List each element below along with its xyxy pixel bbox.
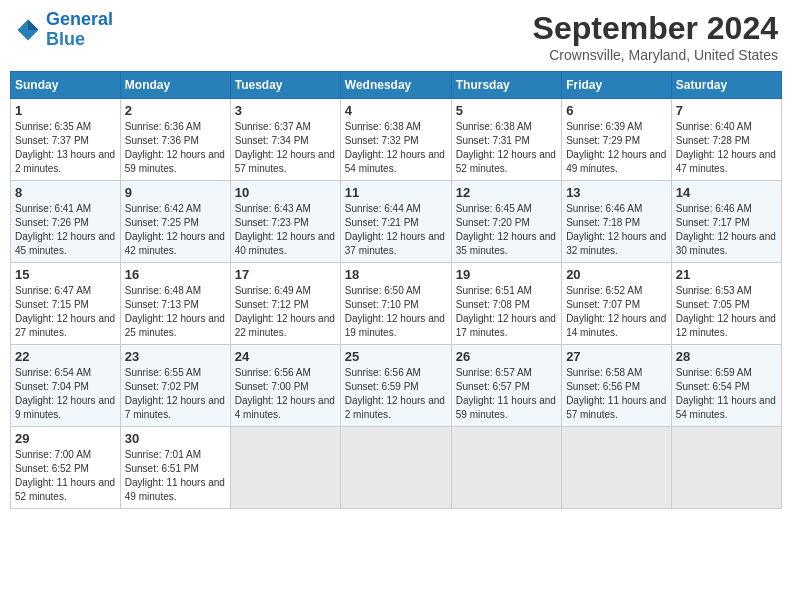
- column-header-thursday: Thursday: [451, 72, 561, 99]
- calendar-cell: 6Sunrise: 6:39 AM Sunset: 7:29 PM Daylig…: [562, 99, 672, 181]
- calendar-cell: 25Sunrise: 6:56 AM Sunset: 6:59 PM Dayli…: [340, 345, 451, 427]
- day-number: 15: [15, 267, 116, 282]
- day-number: 4: [345, 103, 447, 118]
- day-info: Sunrise: 7:00 AM Sunset: 6:52 PM Dayligh…: [15, 448, 116, 504]
- calendar-cell: 12Sunrise: 6:45 AM Sunset: 7:20 PM Dayli…: [451, 181, 561, 263]
- day-number: 13: [566, 185, 667, 200]
- calendar-cell: 23Sunrise: 6:55 AM Sunset: 7:02 PM Dayli…: [120, 345, 230, 427]
- calendar-cell: [451, 427, 561, 509]
- day-number: 28: [676, 349, 777, 364]
- calendar-cell: 27Sunrise: 6:58 AM Sunset: 6:56 PM Dayli…: [562, 345, 672, 427]
- day-number: 24: [235, 349, 336, 364]
- day-info: Sunrise: 6:56 AM Sunset: 6:59 PM Dayligh…: [345, 366, 447, 422]
- column-header-saturday: Saturday: [671, 72, 781, 99]
- calendar-cell: 2Sunrise: 6:36 AM Sunset: 7:36 PM Daylig…: [120, 99, 230, 181]
- day-number: 6: [566, 103, 667, 118]
- day-info: Sunrise: 6:35 AM Sunset: 7:37 PM Dayligh…: [15, 120, 116, 176]
- logo: General Blue: [14, 10, 113, 50]
- day-number: 19: [456, 267, 557, 282]
- calendar-cell: 21Sunrise: 6:53 AM Sunset: 7:05 PM Dayli…: [671, 263, 781, 345]
- day-number: 20: [566, 267, 667, 282]
- day-info: Sunrise: 6:43 AM Sunset: 7:23 PM Dayligh…: [235, 202, 336, 258]
- day-info: Sunrise: 6:41 AM Sunset: 7:26 PM Dayligh…: [15, 202, 116, 258]
- day-info: Sunrise: 7:01 AM Sunset: 6:51 PM Dayligh…: [125, 448, 226, 504]
- day-info: Sunrise: 6:38 AM Sunset: 7:31 PM Dayligh…: [456, 120, 557, 176]
- day-info: Sunrise: 6:51 AM Sunset: 7:08 PM Dayligh…: [456, 284, 557, 340]
- day-info: Sunrise: 6:42 AM Sunset: 7:25 PM Dayligh…: [125, 202, 226, 258]
- calendar-cell: 1Sunrise: 6:35 AM Sunset: 7:37 PM Daylig…: [11, 99, 121, 181]
- column-header-monday: Monday: [120, 72, 230, 99]
- calendar-cell: 5Sunrise: 6:38 AM Sunset: 7:31 PM Daylig…: [451, 99, 561, 181]
- day-number: 3: [235, 103, 336, 118]
- column-header-friday: Friday: [562, 72, 672, 99]
- day-number: 14: [676, 185, 777, 200]
- day-info: Sunrise: 6:46 AM Sunset: 7:18 PM Dayligh…: [566, 202, 667, 258]
- calendar-cell: 15Sunrise: 6:47 AM Sunset: 7:15 PM Dayli…: [11, 263, 121, 345]
- calendar-cell: 3Sunrise: 6:37 AM Sunset: 7:34 PM Daylig…: [230, 99, 340, 181]
- day-number: 18: [345, 267, 447, 282]
- calendar-cell: 30Sunrise: 7:01 AM Sunset: 6:51 PM Dayli…: [120, 427, 230, 509]
- day-number: 9: [125, 185, 226, 200]
- calendar-cell: 22Sunrise: 6:54 AM Sunset: 7:04 PM Dayli…: [11, 345, 121, 427]
- day-number: 27: [566, 349, 667, 364]
- day-number: 16: [125, 267, 226, 282]
- day-number: 2: [125, 103, 226, 118]
- day-info: Sunrise: 6:47 AM Sunset: 7:15 PM Dayligh…: [15, 284, 116, 340]
- page-header: General Blue September 2024 Crownsville,…: [10, 10, 782, 63]
- day-info: Sunrise: 6:50 AM Sunset: 7:10 PM Dayligh…: [345, 284, 447, 340]
- day-number: 29: [15, 431, 116, 446]
- day-info: Sunrise: 6:46 AM Sunset: 7:17 PM Dayligh…: [676, 202, 777, 258]
- day-number: 23: [125, 349, 226, 364]
- day-info: Sunrise: 6:40 AM Sunset: 7:28 PM Dayligh…: [676, 120, 777, 176]
- calendar-cell: 13Sunrise: 6:46 AM Sunset: 7:18 PM Dayli…: [562, 181, 672, 263]
- day-info: Sunrise: 6:37 AM Sunset: 7:34 PM Dayligh…: [235, 120, 336, 176]
- calendar-cell: [340, 427, 451, 509]
- day-number: 5: [456, 103, 557, 118]
- day-number: 7: [676, 103, 777, 118]
- day-number: 11: [345, 185, 447, 200]
- day-number: 1: [15, 103, 116, 118]
- day-info: Sunrise: 6:57 AM Sunset: 6:57 PM Dayligh…: [456, 366, 557, 422]
- day-info: Sunrise: 6:45 AM Sunset: 7:20 PM Dayligh…: [456, 202, 557, 258]
- day-number: 26: [456, 349, 557, 364]
- day-info: Sunrise: 6:58 AM Sunset: 6:56 PM Dayligh…: [566, 366, 667, 422]
- day-info: Sunrise: 6:53 AM Sunset: 7:05 PM Dayligh…: [676, 284, 777, 340]
- calendar-cell: 17Sunrise: 6:49 AM Sunset: 7:12 PM Dayli…: [230, 263, 340, 345]
- day-number: 10: [235, 185, 336, 200]
- calendar-cell: 10Sunrise: 6:43 AM Sunset: 7:23 PM Dayli…: [230, 181, 340, 263]
- day-number: 22: [15, 349, 116, 364]
- calendar-cell: 4Sunrise: 6:38 AM Sunset: 7:32 PM Daylig…: [340, 99, 451, 181]
- day-info: Sunrise: 6:55 AM Sunset: 7:02 PM Dayligh…: [125, 366, 226, 422]
- calendar-cell: [562, 427, 672, 509]
- day-info: Sunrise: 6:52 AM Sunset: 7:07 PM Dayligh…: [566, 284, 667, 340]
- calendar-table: SundayMondayTuesdayWednesdayThursdayFrid…: [10, 71, 782, 509]
- day-info: Sunrise: 6:38 AM Sunset: 7:32 PM Dayligh…: [345, 120, 447, 176]
- calendar-cell: 8Sunrise: 6:41 AM Sunset: 7:26 PM Daylig…: [11, 181, 121, 263]
- column-header-wednesday: Wednesday: [340, 72, 451, 99]
- day-number: 21: [676, 267, 777, 282]
- calendar-cell: 14Sunrise: 6:46 AM Sunset: 7:17 PM Dayli…: [671, 181, 781, 263]
- column-header-tuesday: Tuesday: [230, 72, 340, 99]
- day-info: Sunrise: 6:54 AM Sunset: 7:04 PM Dayligh…: [15, 366, 116, 422]
- calendar-cell: 19Sunrise: 6:51 AM Sunset: 7:08 PM Dayli…: [451, 263, 561, 345]
- day-number: 12: [456, 185, 557, 200]
- day-info: Sunrise: 6:39 AM Sunset: 7:29 PM Dayligh…: [566, 120, 667, 176]
- logo-icon: [14, 16, 42, 44]
- calendar-cell: 24Sunrise: 6:56 AM Sunset: 7:00 PM Dayli…: [230, 345, 340, 427]
- calendar-cell: 29Sunrise: 7:00 AM Sunset: 6:52 PM Dayli…: [11, 427, 121, 509]
- calendar-cell: 28Sunrise: 6:59 AM Sunset: 6:54 PM Dayli…: [671, 345, 781, 427]
- logo-text: General Blue: [46, 10, 113, 50]
- calendar-cell: 11Sunrise: 6:44 AM Sunset: 7:21 PM Dayli…: [340, 181, 451, 263]
- calendar-cell: [230, 427, 340, 509]
- calendar-cell: 18Sunrise: 6:50 AM Sunset: 7:10 PM Dayli…: [340, 263, 451, 345]
- day-info: Sunrise: 6:44 AM Sunset: 7:21 PM Dayligh…: [345, 202, 447, 258]
- day-info: Sunrise: 6:59 AM Sunset: 6:54 PM Dayligh…: [676, 366, 777, 422]
- title-section: September 2024 Crownsville, Maryland, Un…: [533, 10, 778, 63]
- day-number: 30: [125, 431, 226, 446]
- calendar-cell: 7Sunrise: 6:40 AM Sunset: 7:28 PM Daylig…: [671, 99, 781, 181]
- calendar-cell: 9Sunrise: 6:42 AM Sunset: 7:25 PM Daylig…: [120, 181, 230, 263]
- day-info: Sunrise: 6:48 AM Sunset: 7:13 PM Dayligh…: [125, 284, 226, 340]
- day-number: 8: [15, 185, 116, 200]
- calendar-cell: 20Sunrise: 6:52 AM Sunset: 7:07 PM Dayli…: [562, 263, 672, 345]
- day-number: 17: [235, 267, 336, 282]
